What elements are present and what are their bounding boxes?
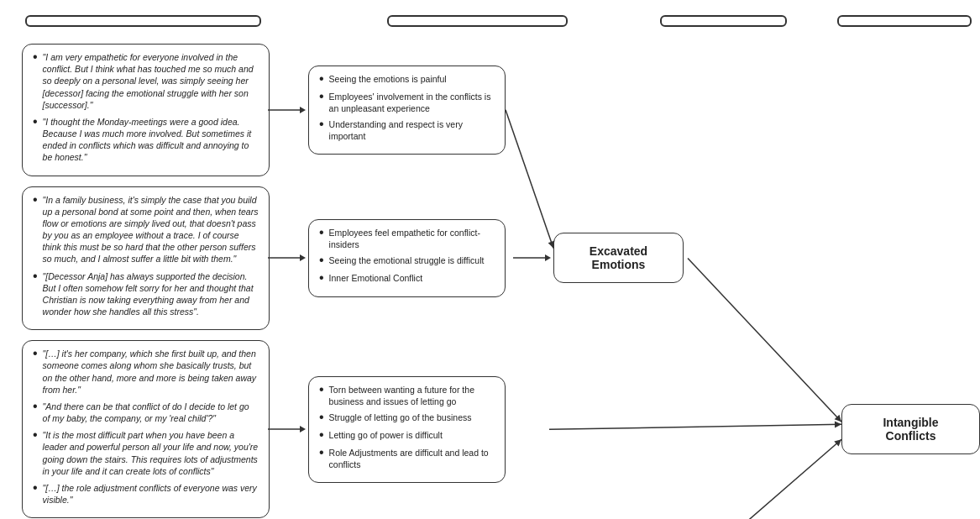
svg-marker-7 [300,426,306,432]
bullet-icon: • [33,346,38,361]
bullet-icon: • [319,117,324,132]
theme-text: Seeing the emotional struggle is difficu… [329,254,485,266]
quote-text: "I thought the Monday-meetings were a go… [43,116,259,164]
bullet-icon: • [319,427,324,443]
theme-text: Employees feel empathetic for conflict-i… [329,227,495,250]
quote-text: "And there can be that conflict of do I … [43,401,259,424]
bullet-icon: • [319,270,324,286]
quote-col-1: •"I am very empathetic for everyone invo… [8,44,265,176]
theme-box-1st-2: •Employees feel empathetic for conflict-… [308,219,506,297]
theme-box-1st-1: •Seeing the emotions is painful•Employee… [308,66,506,155]
quote-box-1: •"I am very empathetic for everyone invo… [22,44,270,176]
quote-text: "[…] it's her company, which she first b… [43,348,259,396]
quote-box-2: •"In a family business, it's simply the … [22,186,270,331]
svg-marker-1 [300,107,306,113]
section-row-2: •"In a family business, it's simply the … [8,181,972,336]
list-item: •"[…] it's her company, which she first … [33,348,259,396]
theme-box-2nd-2: Excavated Emotions [553,233,684,283]
layout-wrapper: •"I am very empathetic for everyone invo… [8,39,972,519]
theme-text: Employees' involvement in the conflicts … [329,91,495,114]
list-item: •"It is the most difficult part when you… [33,429,259,477]
list-item: •Letting go of power is difficult [319,429,495,443]
list-item: •Seeing the emotional struggle is diffic… [319,254,495,268]
svg-marker-5 [545,254,551,261]
col-header-1st-order [387,15,569,27]
theme-text: Inner Emotional Conflict [329,272,422,284]
arrow-to-2nd-2 [510,251,553,265]
list-item: •"I thought the Monday-meetings were a g… [33,116,259,164]
quote-col-3: •"[…] it's her company, which she first … [8,340,265,518]
bullet-icon: • [319,89,324,104]
quote-text: "I am very empathetic for everyone invol… [43,51,259,111]
list-item: •"[Decessor Anja] has always supported t… [33,270,259,318]
bullet-icon: • [33,480,38,495]
list-item: •Role Adjustments are difficult and lead… [319,447,495,470]
list-item: •Torn between wanting a future for the b… [319,384,495,407]
list-item: •"In a family business, it's simply the … [33,194,259,265]
list-item: •Struggle of letting go of the business [319,412,495,425]
svg-marker-3 [300,254,306,261]
list-item: •Seeing the emotions is painful [319,73,495,86]
theme1st-col-3: •Torn between wanting a future for the b… [308,376,510,483]
list-item: •Understanding and respect is very impor… [319,118,495,142]
list-item: •Inner Emotional Conflict [319,272,495,286]
quote-box-3: •"[…] it's her company, which she first … [22,340,270,518]
section-row-3: •"[…] it's her company, which she first … [8,335,972,519]
bullet-icon: • [319,71,324,86]
theme-box-1st-3: •Torn between wanting a future for the b… [308,376,506,483]
bullet-icon: • [319,225,324,240]
theme1st-col-2: •Employees feel empathetic for conflict-… [308,219,510,297]
arrow-to-1st-3 [265,422,308,436]
list-item: •"And there can be that conflict of do I… [33,401,259,424]
theme1st-col-1: •Seeing the emotions is painful•Employee… [308,66,510,155]
col-header-aggregate [837,15,972,27]
agg-box-3: Intangible Conflicts [841,404,980,454]
bullet-icon: • [319,382,324,397]
list-item: •"[…] the role adjustment conflicts of e… [33,482,259,506]
agg-col-3: Intangible Conflicts [825,404,972,454]
col-header-example-quote [25,15,261,27]
col-header-2nd-order [660,15,787,27]
theme-text: Letting go of power is difficult [329,429,443,441]
bullet-icon: • [319,253,324,268]
bullet-icon: • [319,410,324,425]
quote-col-2: •"In a family business, it's simply the … [8,186,265,331]
page: •"I am very empathetic for everyone invo… [0,0,980,519]
quote-text: "It is the most difficult part when you … [43,429,259,477]
arrow-to-1st-1 [265,103,308,117]
section-row-1: •"I am very empathetic for everyone invo… [8,39,972,181]
arrow-icon [268,251,306,265]
arrow-icon [268,103,306,117]
header-row [8,15,972,27]
theme-text: Struggle of letting go of the business [329,412,472,423]
theme-text: Understanding and respect is very import… [329,118,495,142]
bullet-icon: • [33,50,38,65]
bullet-icon: • [33,399,38,414]
arrow-icon [268,422,306,436]
bullet-icon: • [33,427,38,443]
list-item: •"I am very empathetic for everyone invo… [33,51,259,111]
theme-text: Seeing the emotions is painful [329,73,447,85]
quote-text: "[Decessor Anja] has always supported th… [43,270,259,318]
quote-text: "In a family business, it's simply the c… [43,194,259,265]
rows-container: •"I am very empathetic for everyone invo… [8,39,972,519]
list-item: •Employees feel empathetic for conflict-… [319,227,495,250]
arrow-icon [513,251,551,265]
bullet-icon: • [319,445,324,460]
theme2nd-col-2: Excavated Emotions [553,233,692,283]
bullet-icon: • [33,114,38,129]
bullet-icon: • [33,269,38,284]
arrow-to-1st-2 [265,251,308,265]
list-item: •Employees' involvement in the conflicts… [319,91,495,114]
quote-text: "[…] the role adjustment conflicts of ev… [43,482,259,506]
bullet-icon: • [33,192,38,207]
theme-text: Torn between wanting a future for the bu… [329,384,495,407]
theme-text: Role Adjustments are difficult and lead … [329,447,495,470]
